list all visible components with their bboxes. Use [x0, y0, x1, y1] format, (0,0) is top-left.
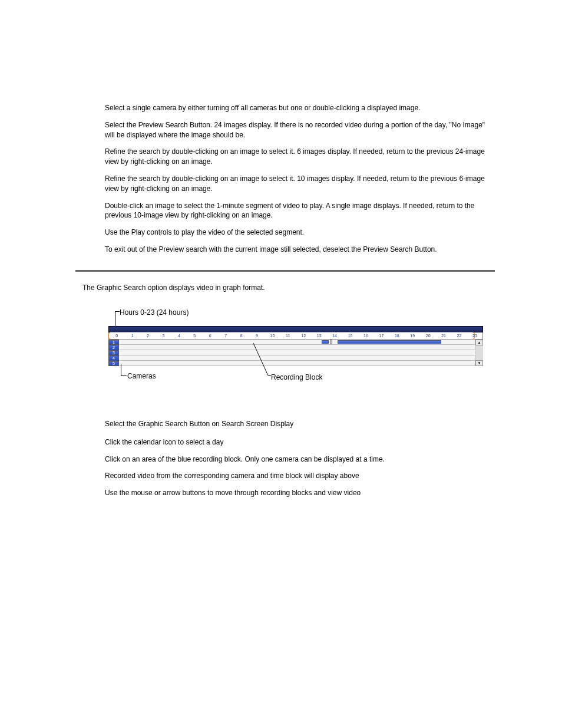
hour-label: 19 [405, 332, 420, 339]
step: Recorded video from the corresponding ca… [105, 471, 492, 481]
timeline-body: 12345 ▲ ▼ [108, 340, 483, 366]
annotation-recording-block-label: Recording Block [271, 373, 322, 383]
annotation-line [121, 375, 127, 376]
recording-block[interactable] [338, 340, 441, 344]
annotation-cameras-label: Cameras [127, 371, 156, 381]
hour-label: 6 [203, 332, 218, 339]
vertical-scrollbar[interactable]: ▲ ▼ [475, 340, 483, 366]
graphic-search-steps: Select the Graphic Search Button on Sear… [105, 419, 492, 505]
camera-labels-column: 12345 [108, 340, 119, 366]
annotation-line [121, 364, 121, 375]
camera-track[interactable] [119, 361, 475, 366]
hour-label: 5 [187, 332, 202, 339]
step: Click the calendar icon to select a day [105, 437, 492, 447]
para: To exit out of the Preview search with t… [105, 245, 492, 255]
scroll-down-button[interactable]: ▼ [475, 360, 483, 366]
tracks-column [119, 340, 475, 366]
step: Select the Graphic Search Button on Sear… [105, 419, 492, 429]
recording-block[interactable] [322, 340, 329, 344]
para: Select a single camera by either turning… [105, 103, 492, 113]
camera-label[interactable]: 2 [108, 345, 119, 350]
scroll-up-button[interactable]: ▲ [475, 340, 483, 345]
playhead-marker[interactable] [330, 340, 332, 344]
camera-track[interactable] [119, 355, 475, 361]
hour-label: 22 [451, 332, 467, 339]
para: Select the Preview Search Button. 24 ima… [105, 120, 492, 140]
section-divider [75, 270, 495, 272]
camera-track[interactable] [119, 340, 475, 345]
hour-label: 10 [265, 332, 280, 339]
graphic-search-timeline: 01234567891011121314151617181920212223 1… [108, 326, 483, 366]
para: Use the Play controls to play the video … [105, 228, 492, 238]
graphic-search-intro: The Graphic Search option displays video… [82, 283, 495, 293]
hour-label: 21 [436, 332, 451, 339]
para: Double-click an image to select the 1-mi… [105, 201, 492, 221]
hour-label: 9 [249, 332, 265, 339]
para: Refine the search by double-clicking on … [105, 147, 492, 167]
hour-label: 1 [124, 332, 140, 339]
camera-track[interactable] [119, 350, 475, 355]
hour-label: 0 [109, 332, 124, 339]
hour-label: 17 [373, 332, 389, 339]
hour-label: 3 [156, 332, 171, 339]
annotation-line [115, 311, 120, 312]
hour-label: 7 [218, 332, 233, 339]
hour-label: 11 [280, 332, 296, 339]
hour-label: 20 [420, 332, 435, 339]
preview-search-section: Select a single camera by either turning… [105, 103, 492, 262]
hour-label: 23 [467, 332, 482, 339]
hour-label: 15 [342, 332, 358, 339]
step: Use the mouse or arrow buttons to move t… [105, 488, 492, 498]
hour-label: 16 [358, 332, 373, 339]
timeline-title-bar [108, 326, 483, 332]
hour-label: 14 [327, 332, 342, 339]
hour-label: 2 [140, 332, 156, 339]
annotation-hours-label: Hours 0-23 (24 hours) [120, 308, 189, 318]
camera-label[interactable]: 4 [108, 355, 119, 361]
timeline-hours-ruler: 01234567891011121314151617181920212223 [108, 332, 483, 340]
hour-label: 13 [311, 332, 326, 339]
step: Click on an area of the blue recording b… [105, 454, 492, 465]
camera-label[interactable]: 1 [108, 340, 119, 345]
hour-label: 8 [233, 332, 249, 339]
camera-label[interactable]: 5 [108, 361, 119, 366]
para: Refine the search by double-clicking on … [105, 174, 492, 194]
camera-track[interactable] [119, 345, 475, 350]
hour-label: 18 [389, 332, 405, 339]
hour-label: 4 [171, 332, 187, 339]
camera-label[interactable]: 3 [108, 350, 119, 355]
hour-label: 12 [296, 332, 311, 339]
